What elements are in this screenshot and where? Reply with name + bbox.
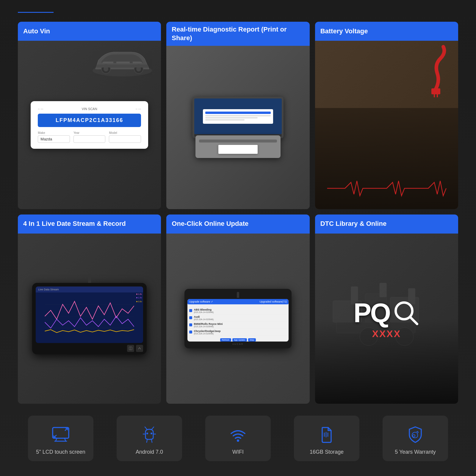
laptop-screen [194, 98, 282, 134]
search-icon [393, 300, 419, 326]
printer-slot-top [199, 140, 277, 143]
spec-label-warranty: 5 Years Warranty [395, 449, 436, 455]
android-icon [139, 424, 160, 445]
update-item-2-text: Audi (015.22A-14-020948) [194, 315, 214, 320]
report-line-3 [205, 119, 245, 120]
page-container: Auto Vin [0, 0, 476, 476]
update-item-4: Chrysler/Dodge/Jeep (015.22A-14-020948) [189, 329, 287, 336]
vin-model-value [109, 135, 141, 143]
vin-dots-left: ·· ··· [38, 107, 43, 111]
vin-scan-label: VIN SCAN [82, 107, 97, 111]
device-btn-1 [127, 345, 134, 352]
dtc-code: XXXX [372, 328, 401, 339]
svg-point-36 [237, 439, 239, 442]
chart-legend: ■ 1.8v ■ 1.5v ■ 0.8v [136, 292, 142, 304]
update-name-2: Audi [194, 315, 214, 318]
heartbeat-svg [315, 179, 458, 197]
svg-point-40 [413, 435, 415, 437]
feature-image-diagnostic [166, 46, 309, 209]
live-chart-svg [36, 292, 143, 340]
feature-label-dtc: DTC Library & Online [315, 214, 458, 234]
dtc-main: PQ [353, 298, 419, 328]
spec-label-wifi: WIFI [232, 449, 244, 455]
feature-label-livestream: 4 In 1 Live Date Stream & Record [18, 214, 161, 234]
feature-label-auto-vin: Auto Vin [18, 22, 161, 41]
svg-line-31 [152, 427, 154, 429]
vin-number-display: LFPM4ACP2C1A33166 [38, 114, 141, 127]
vin-fields: Make Mazda Year Model [38, 131, 141, 143]
warranty-icon [405, 424, 426, 445]
check-1 [189, 309, 192, 312]
feature-label-battery: Battery Voltage [315, 22, 458, 41]
spec-card-warranty: 5 Years Warranty [383, 416, 448, 461]
feature-card-diagnostic: Real-time Diagnostic Report (Print or Sh… [166, 22, 309, 209]
printer-body [195, 135, 281, 158]
spec-label-lcd: 5" LCD touch screen [36, 449, 85, 455]
spec-card-storage: 16GB Storage [294, 416, 359, 461]
update-btn-row: Refresh App Update Stop [187, 338, 289, 342]
svg-line-30 [145, 427, 147, 429]
update-title-text: Upgrade software ✓ [189, 300, 214, 303]
svg-point-29 [151, 433, 152, 434]
wifi-icon [228, 424, 248, 445]
check-4 [189, 331, 192, 333]
feature-image-dtc: PQ XXXX [315, 234, 458, 404]
laptop-mockup [192, 97, 284, 138]
device-btn-icon-2 [138, 347, 141, 350]
report-preview [203, 109, 273, 124]
stop-btn[interactable]: Stop [248, 338, 256, 342]
update-item-1-text: ABS Bleeding (015.22A-14-020948) [194, 308, 214, 313]
chart-title: Live Data Stream [38, 288, 59, 291]
svg-line-34 [147, 439, 147, 442]
svg-line-35 [151, 439, 152, 442]
update-item-3: BMW/Rolls Royce Mini (015.22A-14-020948) [189, 322, 287, 329]
spec-card-wifi: WIFI [205, 416, 271, 461]
update-list: ABS Bleeding (015.22A-14-020948) Audi (0… [187, 306, 289, 337]
feature-card-battery: Battery Voltage [315, 22, 458, 209]
vin-year-field: Year [73, 131, 106, 143]
update-version-3: (015.22A-14-020948) [194, 325, 223, 328]
feature-card-livestream: 4 In 1 Live Date Stream & Record Live Da… [18, 214, 161, 404]
jumper-cable-icon [416, 44, 452, 97]
update-name-3: BMW/Rolls Royce Mini [194, 322, 223, 325]
vin-model-label: Model [109, 131, 141, 134]
check-3 [189, 323, 192, 326]
features-grid: Auto Vin [18, 22, 458, 404]
device-screen: Live Data Stream [36, 286, 143, 343]
svg-line-21 [410, 317, 417, 324]
update-name-1: ABS Bleeding [194, 308, 214, 311]
legend-purple: ■ 1.5v [136, 296, 142, 300]
feature-image-update: Upgrade software ✓ Upgraded software(72)… [166, 234, 309, 404]
update-device-body: Upgrade software ✓ Upgraded software(72)… [184, 289, 292, 348]
update-item-1: ABS Bleeding (015.22A-14-020948) [189, 307, 287, 314]
feature-image-livestream: Live Data Stream [18, 234, 161, 404]
update-item-4-text: Chrysler/Dodge/Jeep (015.22A-14-020948) [194, 330, 221, 335]
check-2 [189, 316, 192, 319]
spec-label-android: Android 7.0 [136, 449, 163, 455]
legend-pink: ■ 1.8v [136, 292, 142, 296]
update-version-1: (015.22A-14-020948) [194, 311, 214, 313]
vin-model-field: Model [109, 131, 141, 143]
feature-card-dtc: DTC Library & Online [315, 214, 458, 404]
vin-make-label: Make [38, 131, 70, 134]
refresh-btn[interactable]: Refresh [220, 338, 231, 342]
update-scene: Upgrade software ✓ Upgraded software(72)… [184, 289, 292, 348]
spec-label-storage: 16GB Storage [310, 449, 344, 455]
vin-make-field: Make Mazda [38, 131, 70, 143]
device-btn-2 [136, 345, 143, 352]
printer-scene [177, 97, 299, 158]
chart-header: Live Data Stream [36, 286, 143, 292]
dtc-overlay: PQ XXXX [315, 234, 458, 404]
screen-icon [50, 424, 71, 445]
vin-year-label: Year [73, 131, 106, 134]
battery-scene [315, 41, 458, 209]
device-btn-icon-1 [129, 347, 132, 350]
report-line-2 [205, 117, 258, 118]
legend-yellow: ■ 0.8v [136, 300, 142, 304]
dtc-letters: PQ [353, 298, 390, 328]
update-version-2: (015.22A-14-020948) [194, 318, 214, 320]
app-update-btn[interactable]: App Update [232, 338, 247, 342]
vin-make-value: Mazda [38, 135, 70, 143]
update-item-3-text: BMW/Rolls Royce Mini (015.22A-14-020948) [194, 322, 223, 328]
update-item-2: Audi (015.22A-14-020948) [189, 314, 287, 322]
